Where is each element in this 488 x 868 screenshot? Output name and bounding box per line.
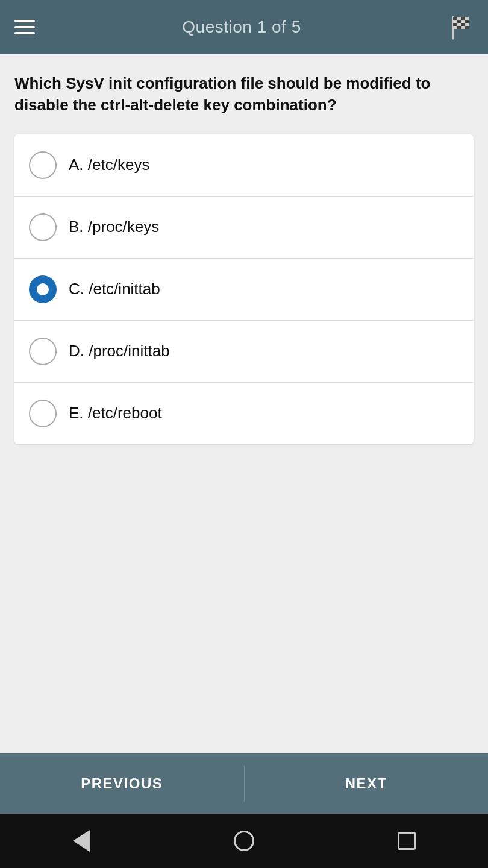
home-button[interactable] <box>233 830 255 852</box>
option-item-a[interactable]: A. /etc/keys <box>14 134 474 197</box>
option-item-c[interactable]: C. /etc/inittab <box>14 259 474 321</box>
option-label-b: B. /proc/keys <box>69 218 159 236</box>
svg-rect-8 <box>457 26 461 29</box>
back-button[interactable] <box>70 830 92 852</box>
main-content: Which SysV init configuration file shoul… <box>0 54 488 753</box>
svg-rect-4 <box>457 20 461 23</box>
question-counter: Question 1 of 5 <box>182 17 301 37</box>
svg-rect-6 <box>453 23 457 26</box>
radio-b <box>29 213 57 241</box>
svg-rect-7 <box>461 23 465 26</box>
option-label-e: E. /etc/reboot <box>69 404 162 423</box>
option-label-a: A. /etc/keys <box>69 156 149 174</box>
menu-icon[interactable] <box>14 20 35 34</box>
option-item-b[interactable]: B. /proc/keys <box>14 197 474 259</box>
back-icon <box>73 830 90 852</box>
option-label-d: D. /proc/inittab <box>69 342 170 360</box>
option-item-d[interactable]: D. /proc/inittab <box>14 321 474 383</box>
next-button[interactable]: NEXT <box>245 753 489 814</box>
system-bar <box>0 814 488 868</box>
bottom-navigation: PREVIOUS NEXT <box>0 753 488 814</box>
svg-rect-5 <box>465 20 469 23</box>
home-icon <box>234 831 254 851</box>
option-item-e[interactable]: E. /etc/reboot <box>14 383 474 444</box>
radio-a <box>29 151 57 179</box>
option-label-c: C. /etc/inittab <box>69 280 160 298</box>
radio-c <box>29 275 57 303</box>
svg-rect-9 <box>465 26 469 29</box>
radio-e <box>29 400 57 427</box>
previous-button[interactable]: PREVIOUS <box>0 753 244 814</box>
recents-button[interactable] <box>396 830 418 852</box>
svg-rect-3 <box>461 17 465 20</box>
radio-d <box>29 338 57 365</box>
svg-rect-2 <box>453 17 457 20</box>
radio-inner-c <box>37 283 49 295</box>
options-card: A. /etc/keysB. /proc/keysC. /etc/inittab… <box>14 134 474 444</box>
question-text: Which SysV init configuration file shoul… <box>14 72 474 116</box>
header-bar: Question 1 of 5 <box>0 0 488 54</box>
flag-icon[interactable] <box>448 14 474 40</box>
recents-icon <box>398 832 416 850</box>
